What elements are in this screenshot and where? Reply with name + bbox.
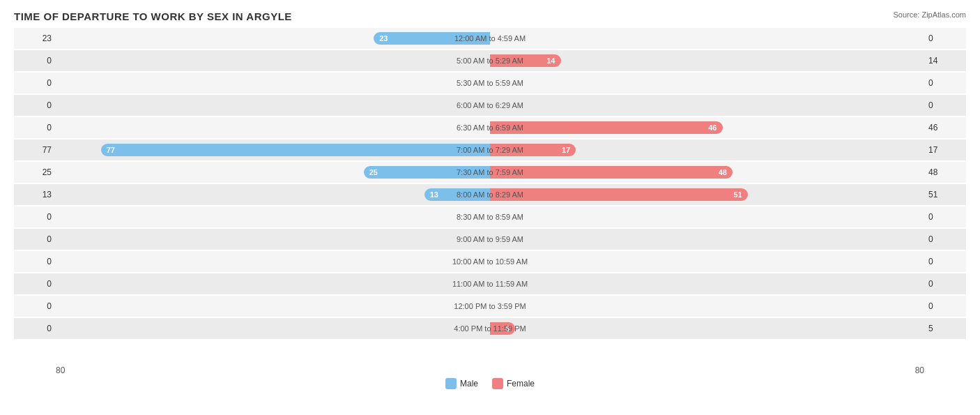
left-value: 25 xyxy=(14,167,56,177)
time-label: 5:30 AM to 5:59 AM xyxy=(457,79,523,87)
female-bar: 51 xyxy=(490,188,748,201)
left-value: 0 xyxy=(14,301,56,311)
bars-center: 8:00 AM to 8:29 AM1351 xyxy=(56,184,924,205)
time-label: 6:00 AM to 6:29 AM xyxy=(457,101,523,110)
time-label: 11:00 AM to 11:59 AM xyxy=(452,280,528,288)
right-value: 0 xyxy=(924,33,966,43)
time-label: 12:00 PM to 3:59 PM xyxy=(454,302,526,310)
bars-center: 12:00 AM to 4:59 AM23 xyxy=(56,28,924,49)
time-label: 7:00 AM to 7:29 AM xyxy=(457,146,523,154)
time-label: 8:30 AM to 8:59 AM xyxy=(457,213,523,221)
female-bar-wrap: 51 xyxy=(490,188,748,201)
bars-center: 7:30 AM to 7:59 AM2548 xyxy=(56,162,924,183)
chart-row: 08:30 AM to 8:59 AM0 xyxy=(14,206,966,227)
source-text: Source: ZipAtlas.com xyxy=(893,10,966,19)
left-value: 13 xyxy=(14,190,56,199)
time-label: 5:00 AM to 5:29 AM xyxy=(457,56,523,65)
female-bar: 46 xyxy=(490,121,723,134)
bars-center: 11:00 AM to 11:59 AM xyxy=(56,273,924,294)
chart-row: 257:30 AM to 7:59 AM254848 xyxy=(14,162,966,183)
chart-title: TIME OF DEPARTURE TO WORK BY SEX IN ARGY… xyxy=(14,10,966,22)
right-value: 0 xyxy=(924,234,966,244)
left-value: 23 xyxy=(14,33,56,43)
left-value: 0 xyxy=(14,212,56,222)
bars-center: 4:00 PM to 11:59 PM5 xyxy=(56,318,924,339)
time-label: 4:00 PM to 11:59 PM xyxy=(454,324,526,333)
legend: Male Female xyxy=(14,378,966,389)
left-value: 0 xyxy=(14,234,56,244)
bars-center: 9:00 AM to 9:59 AM xyxy=(56,229,924,250)
chart-row: 04:00 PM to 11:59 PM55 xyxy=(14,318,966,339)
left-value: 0 xyxy=(14,257,56,266)
female-bar-wrap: 48 xyxy=(490,166,733,179)
axis-bottom: 80 80 xyxy=(14,363,966,375)
bars-center: 6:30 AM to 6:59 AM46 xyxy=(56,117,924,138)
female-label: Female xyxy=(507,379,535,388)
left-value: 77 xyxy=(14,145,56,155)
chart-row: 2312:00 AM to 4:59 AM230 xyxy=(14,28,966,49)
right-value: 46 xyxy=(924,123,966,133)
time-label: 10:00 AM to 10:59 AM xyxy=(452,257,528,266)
time-label: 12:00 AM to 4:59 AM xyxy=(454,34,526,43)
bars-center: 10:00 AM to 10:59 AM xyxy=(56,251,924,272)
right-value: 0 xyxy=(924,301,966,311)
chart-container: TIME OF DEPARTURE TO WORK BY SEX IN ARGY… xyxy=(0,0,980,415)
female-bar: 48 xyxy=(490,166,733,179)
right-value: 48 xyxy=(924,167,966,177)
right-value: 14 xyxy=(924,56,966,66)
right-value: 5 xyxy=(924,324,966,333)
chart-area: 2312:00 AM to 4:59 AM23005:00 AM to 5:29… xyxy=(14,28,966,363)
chart-row: 05:30 AM to 5:59 AM0 xyxy=(14,73,966,93)
chart-row: 05:00 AM to 5:29 AM1414 xyxy=(14,50,966,71)
right-value: 0 xyxy=(924,279,966,289)
chart-row: 138:00 AM to 8:29 AM135151 xyxy=(14,184,966,205)
legend-female: Female xyxy=(492,378,535,389)
right-value: 51 xyxy=(924,190,966,199)
chart-row: 012:00 PM to 3:59 PM0 xyxy=(14,296,966,317)
time-label: 9:00 AM to 9:59 AM xyxy=(457,235,523,243)
left-value: 0 xyxy=(14,78,56,88)
chart-row: 06:30 AM to 6:59 AM4646 xyxy=(14,117,966,138)
time-label: 6:30 AM to 6:59 AM xyxy=(457,123,523,132)
right-value: 17 xyxy=(924,145,966,155)
bars-center: 6:00 AM to 6:29 AM xyxy=(56,95,924,116)
bars-center: 5:30 AM to 5:59 AM xyxy=(56,73,924,93)
female-bar-wrap: 46 xyxy=(490,121,723,134)
left-value: 0 xyxy=(14,56,56,66)
axis-left-label: 80 xyxy=(56,365,65,375)
chart-row: 09:00 AM to 9:59 AM0 xyxy=(14,229,966,250)
right-value: 0 xyxy=(924,78,966,88)
bars-center: 12:00 PM to 3:59 PM xyxy=(56,296,924,317)
bars-center: 8:30 AM to 8:59 AM xyxy=(56,206,924,227)
male-bar-wrap: 77 xyxy=(101,144,490,156)
male-bar: 77 xyxy=(101,144,490,156)
legend-male: Male xyxy=(445,378,478,389)
time-label: 8:00 AM to 8:29 AM xyxy=(457,190,523,199)
female-swatch xyxy=(492,378,503,389)
left-value: 0 xyxy=(14,324,56,333)
male-swatch xyxy=(445,378,457,389)
chart-row: 06:00 AM to 6:29 AM0 xyxy=(14,95,966,116)
left-value: 0 xyxy=(14,279,56,289)
right-value: 0 xyxy=(924,257,966,266)
bars-center: 7:00 AM to 7:29 AM7717 xyxy=(56,139,924,160)
left-value: 0 xyxy=(14,123,56,133)
chart-row: 777:00 AM to 7:29 AM771717 xyxy=(14,139,966,160)
left-value: 0 xyxy=(14,100,56,110)
bars-center: 5:00 AM to 5:29 AM14 xyxy=(56,50,924,71)
time-label: 7:30 AM to 7:59 AM xyxy=(457,168,523,176)
chart-row: 010:00 AM to 10:59 AM0 xyxy=(14,251,966,272)
right-value: 0 xyxy=(924,212,966,222)
male-label: Male xyxy=(460,379,478,388)
right-value: 0 xyxy=(924,100,966,110)
chart-row: 011:00 AM to 11:59 AM0 xyxy=(14,273,966,294)
axis-right-label: 80 xyxy=(915,365,924,375)
